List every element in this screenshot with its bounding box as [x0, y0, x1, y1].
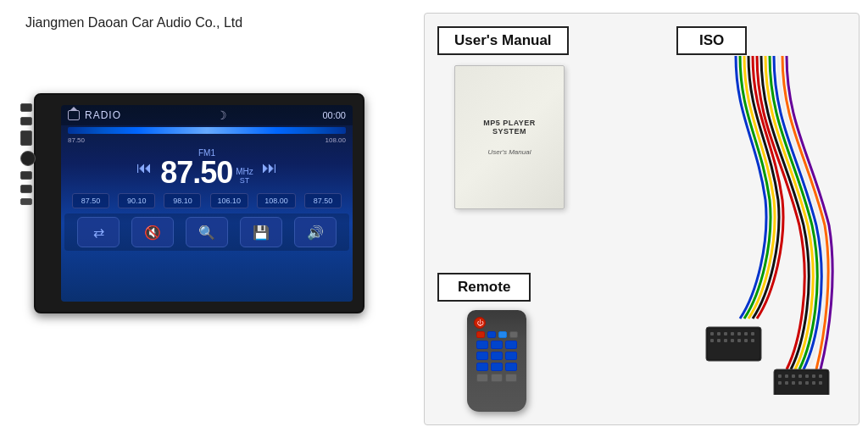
side-btn-1[interactable]: [20, 103, 32, 112]
manual-book: MP5 PLAYER SYSTEM User's Manual: [454, 65, 565, 209]
wire-harness-svg: [681, 56, 846, 395]
svg-rect-23: [778, 381, 782, 385]
svg-rect-25: [792, 381, 795, 385]
side-btn-2[interactable]: [20, 117, 32, 125]
remote-btn-3c: [505, 352, 517, 360]
prev-station-button[interactable]: ⏮: [136, 159, 152, 177]
iso-label: ISO: [676, 26, 747, 55]
svg-rect-21: [812, 374, 815, 378]
preset-4[interactable]: 106.10: [210, 193, 249, 208]
svg-rect-9: [717, 339, 721, 342]
svg-rect-11: [731, 339, 734, 342]
radio-mode-text: RADIO: [85, 109, 121, 121]
preset-6[interactable]: 87.50: [304, 193, 342, 208]
svg-rect-17: [785, 374, 788, 378]
car-radio: RADIO ☽ 00:00 87.50 108.00 ⏮ FM1 87.50: [34, 93, 364, 313]
search-button[interactable]: 🔍: [186, 217, 228, 247]
frequency-bar: [68, 127, 346, 134]
frequency-display: FM1 87.50 MHz ST: [160, 148, 253, 188]
remote-power-button: ⏻: [474, 317, 486, 329]
remote-btn-3b: [491, 352, 503, 360]
svg-rect-10: [724, 339, 727, 342]
svg-rect-6: [744, 332, 748, 335]
svg-rect-4: [731, 332, 734, 335]
accessories-container: User's Manual MP5 PLAYER SYSTEM User's M…: [424, 13, 860, 425]
remote-btn-4c: [505, 363, 517, 371]
remote-row-3: [476, 352, 517, 360]
clock-display: 00:00: [322, 110, 346, 120]
remote-label: Remote: [437, 273, 531, 302]
remote-section: Remote ⏻: [437, 273, 607, 412]
side-btn-4[interactable]: [20, 185, 32, 193]
next-station-button[interactable]: ⏭: [262, 159, 277, 177]
svg-rect-5: [737, 332, 741, 335]
remote-btn-r2: [487, 331, 496, 338]
remote-btn-2b: [491, 341, 503, 349]
svg-rect-27: [805, 381, 809, 385]
home-icon: [68, 110, 80, 120]
svg-rect-18: [792, 374, 795, 378]
freq-low: 87.50: [68, 136, 85, 144]
remote-btn-5a: [476, 374, 488, 382]
st-indicator: ST: [236, 176, 253, 185]
main-freq-display: ⏮ FM1 87.50 MHz ST ⏭: [61, 145, 353, 191]
remote-btn-2c: [505, 341, 517, 349]
function-buttons: ⇄ 🔇 🔍 💾 🔊: [64, 213, 349, 251]
freq-labels: 87.50 108.00: [61, 136, 353, 145]
remote-row-1: [476, 331, 518, 338]
remote-btn-r1: [476, 331, 485, 338]
svg-rect-7: [751, 332, 754, 335]
preset-5[interactable]: 108.00: [257, 193, 296, 208]
moon-icon: ☽: [216, 108, 227, 122]
svg-rect-2: [717, 332, 721, 335]
preset-buttons: 87.50 90.10 98.10 106.10 108.00 87.50: [61, 191, 353, 210]
side-btn-knob[interactable]: [20, 151, 36, 166]
freq-high: 108.00: [326, 136, 346, 144]
remote-row-2: [476, 341, 517, 349]
remote-row-5: [476, 374, 517, 382]
remote-control: ⏻: [467, 310, 526, 412]
svg-rect-3: [724, 332, 727, 335]
save-button[interactable]: 💾: [240, 217, 282, 247]
svg-rect-12: [737, 339, 741, 342]
svg-rect-13: [744, 339, 748, 342]
mhz-unit: MHz: [236, 167, 253, 176]
svg-rect-19: [798, 374, 802, 378]
screen: RADIO ☽ 00:00 87.50 108.00 ⏮ FM1 87.50: [61, 105, 353, 302]
preset-1[interactable]: 87.50: [72, 193, 109, 208]
svg-rect-29: [819, 381, 822, 385]
remote-btn-2a: [476, 341, 488, 349]
wire-harness: [681, 56, 846, 395]
remote-btn-5c: [505, 374, 517, 382]
manual-section: User's Manual MP5 PLAYER SYSTEM User's M…: [437, 26, 607, 209]
side-btn-menu[interactable]: [20, 130, 32, 146]
screen-topbar: RADIO ☽ 00:00: [61, 105, 353, 125]
volume-button[interactable]: 🔊: [294, 217, 337, 247]
svg-rect-22: [819, 374, 822, 378]
remote-btn-3a: [476, 352, 488, 360]
mode-indicator: RADIO: [68, 109, 121, 121]
remote-row-4: [476, 363, 517, 371]
side-btn-3[interactable]: [20, 171, 32, 180]
remote-btn-4b: [491, 363, 503, 371]
svg-rect-24: [785, 381, 788, 385]
svg-rect-16: [778, 374, 782, 378]
remote-btn-r3: [498, 331, 507, 338]
preset-2[interactable]: 90.10: [118, 193, 155, 208]
svg-rect-26: [798, 381, 802, 385]
usb-port[interactable]: [20, 198, 32, 205]
svg-rect-28: [812, 381, 815, 385]
svg-rect-1: [710, 332, 714, 335]
svg-rect-20: [805, 374, 809, 378]
cast-button[interactable]: ⇄: [77, 217, 120, 247]
big-frequency: 87.50: [160, 158, 232, 188]
manual-label: User's Manual: [437, 26, 569, 55]
side-buttons-left: [20, 103, 36, 205]
remote-btn-r4: [509, 331, 518, 338]
mute-button[interactable]: 🔇: [131, 217, 174, 247]
manual-book-subtitle: User's Manual: [488, 148, 531, 156]
preset-3[interactable]: 98.10: [164, 193, 201, 208]
manual-book-title: MP5 PLAYER SYSTEM: [468, 119, 551, 136]
svg-rect-14: [751, 339, 754, 342]
remote-btn-5b: [491, 374, 503, 382]
